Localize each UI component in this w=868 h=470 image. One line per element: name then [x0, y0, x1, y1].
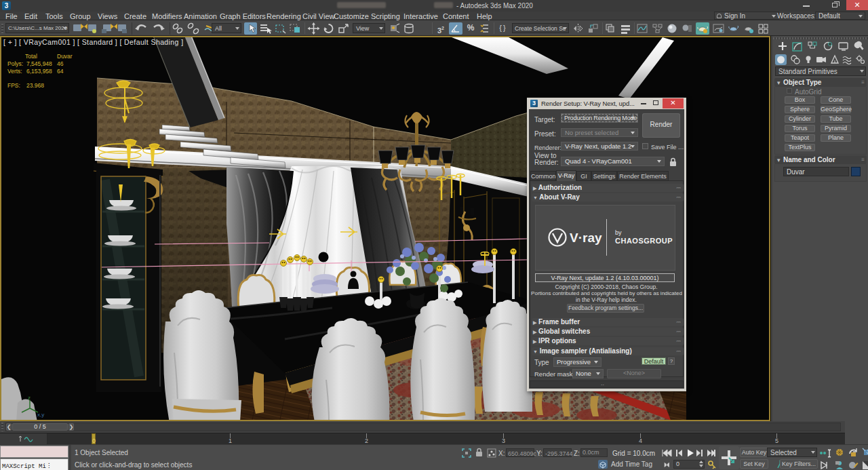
svg-text:7,545,948: 7,545,948	[26, 60, 52, 67]
svg-text:64: 64	[57, 68, 64, 75]
svg-text:x,y: x,y	[37, 412, 44, 418]
svg-text:Verts:: Verts:	[7, 68, 22, 75]
svg-text:Duvar: Duvar	[57, 53, 73, 60]
svg-text:23.968: 23.968	[26, 82, 44, 89]
svg-text:FPS:: FPS:	[7, 82, 20, 89]
svg-text:CHAOSGROUP: CHAOSGROUP	[615, 237, 673, 245]
svg-text:by: by	[615, 229, 622, 236]
svg-text:[ + ] [ VRayCam001 ] [ Standar: [ + ] [ VRayCam001 ] [ Standard ] [ Defa…	[3, 38, 183, 46]
svg-text:46: 46	[57, 60, 64, 67]
svg-text:Polys:: Polys:	[7, 60, 23, 67]
svg-text:z: z	[28, 395, 31, 401]
svg-text:V·ray: V·ray	[570, 231, 602, 245]
svg-text:Total: Total	[25, 53, 37, 60]
svg-text:6,153,958: 6,153,958	[26, 68, 52, 75]
